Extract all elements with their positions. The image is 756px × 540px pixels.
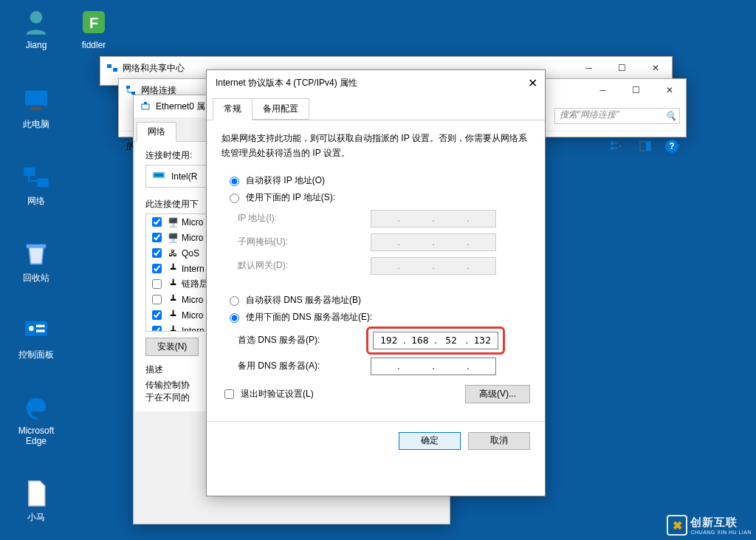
item-checkbox[interactable] (152, 310, 162, 320)
desktop-icon-network[interactable]: 网络 (9, 163, 63, 208)
info-text: 如果网络支持此功能，则可以获取自动指派的 IP 设置。否则，你需要从网络系统管理… (221, 131, 530, 161)
watermark: ✖ 创新互联 CHUANG XIN HU LIAN (667, 515, 752, 536)
preferred-dns-label: 首选 DNS 服务器(P): (238, 334, 371, 346)
close-button[interactable]: ✕ (639, 57, 672, 79)
dns-seg[interactable] (470, 334, 494, 346)
tab-alternate[interactable]: 备用配置 (252, 98, 309, 120)
adapter-icon (152, 170, 165, 182)
maximize-button[interactable]: ☐ (619, 79, 653, 101)
watermark-brand: 创新互联 (690, 516, 752, 530)
desktop-icon-label: fiddler (66, 40, 121, 50)
svg-rect-17 (611, 142, 614, 145)
gateway-field: ... (371, 257, 496, 275)
minimize-button[interactable]: ─ (586, 79, 619, 101)
svg-text:F: F (89, 15, 98, 31)
subnet-mask-field: ... (371, 233, 496, 251)
tab-network[interactable]: 网络 (137, 122, 176, 142)
dns-seg[interactable] (377, 334, 401, 346)
protocol-icon: ┻ (167, 294, 179, 306)
cancel-button[interactable]: 取消 (468, 432, 530, 450)
search-icon: 🔍 (665, 111, 676, 121)
ok-button[interactable]: 确定 (399, 432, 461, 450)
protocol-icon: ┻ (167, 325, 179, 332)
close-button[interactable]: ✕ (653, 79, 686, 101)
watermark-icon: ✖ (667, 515, 687, 536)
desktop-icon-label: 小马 (9, 511, 63, 524)
desktop-icon-thispc[interactable]: 此电脑 (9, 86, 63, 131)
alternate-dns-field[interactable]: ... (371, 358, 496, 375)
radio-manual-dns[interactable]: 使用下面的 DNS 服务器地址(E): (226, 311, 530, 324)
fiddler-icon: F (79, 7, 109, 37)
alternate-dns-label: 备用 DNS 服务器(A): (238, 360, 371, 372)
gateway-label: 默认网关(D): (238, 259, 371, 272)
dns-seg[interactable] (408, 334, 432, 346)
network-center-icon (106, 62, 118, 74)
radio-auto-ip[interactable]: 自动获得 IP 地址(O) (226, 174, 530, 187)
advanced-button[interactable]: 高级(V)... (465, 385, 530, 403)
computer-icon (21, 86, 51, 115)
svg-rect-20 (614, 148, 618, 148)
item-checkbox[interactable] (152, 233, 162, 242)
preview-button[interactable] (636, 138, 655, 154)
svg-rect-11 (36, 325, 45, 327)
user-icon (21, 7, 51, 37)
desktop-icon-label: 网络 (9, 195, 63, 208)
desktop-icon-edge[interactable]: Microsoft Edge (9, 393, 63, 447)
desktop-icon-fiddler[interactable]: F fiddler (66, 7, 121, 50)
svg-rect-7 (38, 179, 49, 188)
adapter-name: Intel(R (171, 171, 197, 182)
install-button[interactable]: 安装(N) (145, 338, 199, 356)
item-checkbox[interactable] (152, 326, 162, 332)
item-checkbox[interactable] (152, 295, 162, 304)
svg-rect-4 (31, 106, 41, 109)
svg-rect-19 (611, 147, 614, 150)
radio-manual-ip[interactable]: 使用下面的 IP 地址(S): (226, 191, 530, 204)
dns-seg[interactable] (439, 334, 463, 346)
search-placeholder: 搜索"网络连接" (560, 109, 619, 120)
svg-rect-26 (154, 174, 163, 177)
radio-manual-ip-input[interactable] (230, 194, 239, 203)
search-box[interactable]: 搜索"网络连接" 🔍 (554, 108, 680, 124)
svg-rect-5 (29, 109, 44, 111)
ethernet-icon (140, 100, 151, 112)
item-checkbox[interactable] (152, 264, 162, 273)
validate-checkbox[interactable] (224, 389, 234, 399)
recycle-bin-icon (21, 239, 51, 269)
tab-general[interactable]: 常规 (213, 98, 252, 120)
minimize-button[interactable]: ─ (572, 57, 605, 79)
window-ipv4-properties: Internet 协议版本 4 (TCP/IPv4) 属性 ✕ 常规 备用配置 … (206, 69, 546, 496)
ip-address-field: ... (371, 210, 496, 228)
desktop-icon-label: 回收站 (9, 272, 63, 284)
svg-point-0 (30, 11, 43, 24)
help-button[interactable]: ? (665, 140, 678, 153)
svg-point-10 (29, 326, 34, 331)
desktop-icon-file[interactable]: 小马 (9, 479, 63, 524)
desktop-icon-recycle[interactable]: 回收站 (9, 239, 63, 284)
desktop-icon-label: 控制面板 (9, 349, 63, 361)
svg-rect-3 (25, 91, 47, 106)
radio-auto-dns-input[interactable] (230, 296, 239, 306)
close-button[interactable]: ✕ (520, 70, 545, 95)
item-checkbox[interactable] (152, 217, 162, 227)
desktop-icon-label: Jiang (9, 40, 63, 50)
svg-rect-24 (144, 102, 147, 104)
radio-auto-dns[interactable]: 自动获得 DNS 服务器地址(B) (226, 294, 530, 307)
radio-auto-ip-input[interactable] (230, 177, 239, 186)
desktop-icon-user[interactable]: Jiang (9, 7, 63, 50)
qos-icon: 🖧 (167, 247, 179, 259)
protocol-icon: ┻ (167, 278, 179, 290)
preferred-dns-field[interactable]: . . . (373, 332, 498, 349)
svg-rect-8 (27, 245, 47, 248)
desktop-icon-controlpanel[interactable]: 控制面板 (9, 316, 63, 361)
svg-rect-23 (142, 104, 149, 109)
protocol-icon: ┻ (167, 263, 179, 275)
dialog-title: Internet 协议版本 4 (TCP/IPv4) 属性 (216, 77, 520, 89)
radio-manual-dns-input[interactable] (230, 313, 239, 323)
protocol-icon: ┻ (167, 310, 179, 321)
view-button[interactable] (606, 138, 625, 154)
svg-rect-13 (107, 64, 111, 68)
maximize-button[interactable]: ☐ (605, 57, 639, 79)
item-checkbox[interactable] (152, 279, 162, 289)
item-checkbox[interactable] (152, 248, 162, 258)
svg-rect-6 (24, 168, 35, 177)
